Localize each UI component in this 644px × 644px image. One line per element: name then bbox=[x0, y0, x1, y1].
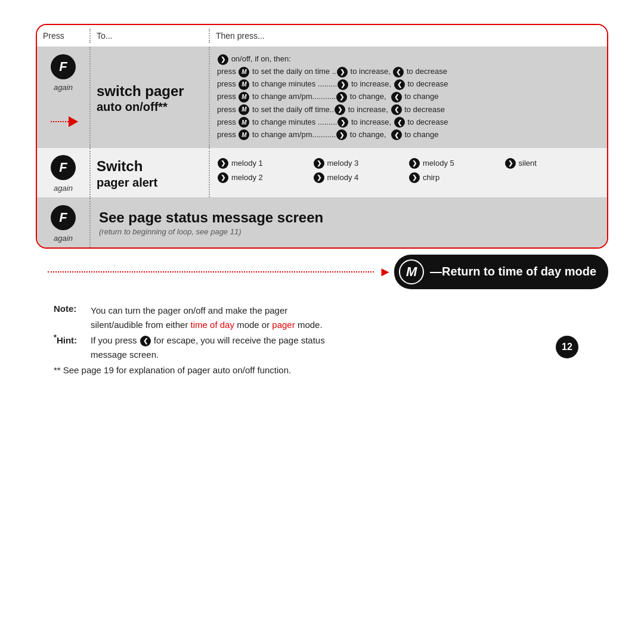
to-main-1: switch pager bbox=[97, 83, 203, 100]
l-icon-6: ❮ bbox=[391, 129, 402, 140]
content-line-6: press to change am/pm...........❯ to cha… bbox=[217, 129, 600, 141]
melody-item-5: ❯ melody 4 bbox=[313, 172, 409, 184]
row-switch-pager-alert: F again Switch pager alert ❯ melody 1 ❯ … bbox=[37, 148, 607, 198]
see-page-main: See page status message screen bbox=[99, 209, 599, 226]
m-icon-3 bbox=[239, 92, 249, 103]
note-container: Note: You can turn the pager on/off and … bbox=[54, 304, 608, 332]
note-label: Note: bbox=[54, 304, 86, 314]
red-arrow-badge: ► bbox=[379, 264, 392, 280]
hint-body: If you press ❮ for escape, you will rece… bbox=[91, 333, 325, 362]
melody-arrow-5: ❯ bbox=[314, 172, 324, 183]
to-main-2: Switch bbox=[97, 158, 203, 175]
r-icon-3: ❯ bbox=[336, 92, 347, 103]
f-button-2: F bbox=[51, 155, 76, 180]
press-cell-1: F again bbox=[37, 47, 91, 147]
l-icon-1: ❮ bbox=[393, 67, 404, 78]
note-body: You can turn the pager on/off and make t… bbox=[91, 304, 323, 332]
press-cell-2: F again bbox=[37, 148, 91, 197]
note-line2: silent/audible from either time of day m… bbox=[91, 318, 323, 332]
footnote-text: See page 19 for explanation of pager aut… bbox=[63, 363, 292, 377]
note-line2-post: mode. bbox=[295, 320, 323, 330]
m-icon-2 bbox=[239, 79, 249, 90]
press-cell-3: F again bbox=[37, 198, 91, 247]
header-press: Press bbox=[37, 29, 91, 43]
hint-line2: message screen. bbox=[91, 348, 325, 362]
l-icon-5: ❮ bbox=[394, 117, 405, 128]
hint-line1: If you press ❮ for escape, you will rece… bbox=[91, 333, 325, 348]
again-label-1: again bbox=[54, 83, 73, 92]
r-icon-1: ❯ bbox=[337, 67, 348, 78]
m-icon-1 bbox=[239, 67, 249, 78]
content-line-0: ❯ on/off, if on, then: bbox=[217, 53, 600, 65]
row-see-page: F again See page status message screen (… bbox=[37, 198, 607, 247]
note-line1: You can turn the pager on/off and make t… bbox=[91, 304, 323, 318]
to-sub-2: pager alert bbox=[97, 175, 203, 190]
m-badge-text: —Return to time of day mode bbox=[430, 265, 596, 278]
melody-label-1: melody 3 bbox=[327, 157, 359, 169]
content-line-5: press to change minutes .........❯ to in… bbox=[217, 116, 600, 128]
melody-arrow-0: ❯ bbox=[218, 158, 228, 169]
note-line2-mid: mode or bbox=[234, 320, 272, 330]
melody-arrow-3: ❯ bbox=[505, 158, 516, 169]
melody-item-6: ❯ chirp bbox=[408, 172, 504, 184]
see-page-content: See page status message screen (return t… bbox=[91, 198, 607, 247]
page-number: 12 bbox=[556, 336, 578, 358]
header-then: Then press... bbox=[210, 29, 607, 43]
main-table: Press To... Then press... F again switch… bbox=[36, 24, 608, 249]
melody-label-5: melody 4 bbox=[327, 172, 359, 184]
header-row: Press To... Then press... bbox=[37, 25, 607, 47]
l-icon-2: ❮ bbox=[394, 79, 405, 90]
melody-item-7 bbox=[504, 172, 600, 184]
hint-label: *Hint: bbox=[54, 333, 86, 345]
f-button-1: F bbox=[51, 54, 76, 79]
content-line-3: press to change am/pm...........❯ to cha… bbox=[217, 91, 600, 103]
to-cell-2: Switch pager alert bbox=[91, 148, 210, 197]
content-cell-1: ❯ on/off, if on, then: press to set the … bbox=[210, 47, 607, 147]
m-icon-5 bbox=[239, 117, 249, 128]
header-to: To... bbox=[91, 29, 210, 43]
melody-grid: ❯ melody 1 ❯ melody 3 ❯ melody 5 ❯ silen… bbox=[217, 157, 600, 184]
melody-item-3: ❯ silent bbox=[504, 157, 600, 169]
melody-arrow-6: ❯ bbox=[409, 172, 420, 183]
content-line-4: press to set the daily off time..❯ to in… bbox=[217, 104, 600, 116]
hint-escape-icon: ❮ bbox=[140, 336, 151, 346]
r-icon-4: ❯ bbox=[335, 104, 345, 115]
l-icon-4: ❮ bbox=[391, 104, 402, 115]
melody-item-2: ❯ melody 5 bbox=[408, 157, 504, 169]
f-button-3: F bbox=[51, 205, 76, 230]
content-line-1: press to set the daily on time ..❯ to in… bbox=[217, 66, 600, 78]
again-label-3: again bbox=[54, 234, 73, 243]
melody-label-3: silent bbox=[519, 157, 537, 169]
see-page-sub: (return to beginning of loop, see page 1… bbox=[99, 227, 599, 236]
note-line2-tod: time of day bbox=[191, 320, 234, 330]
l-icon-3: ❮ bbox=[391, 92, 402, 103]
notes-section: Note: You can turn the pager on/off and … bbox=[36, 289, 608, 377]
right-arrow-icon-0: ❯ bbox=[218, 54, 228, 65]
footnote-stars: ** bbox=[54, 363, 61, 377]
melody-item-0: ❯ melody 1 bbox=[217, 157, 313, 169]
hint-container: *Hint: If you press ❮ for escape, you wi… bbox=[54, 333, 608, 362]
melody-label-6: chirp bbox=[423, 172, 439, 184]
m-circle-big: M bbox=[399, 259, 424, 284]
content-cell-2: ❯ melody 1 ❯ melody 3 ❯ melody 5 ❯ silen… bbox=[210, 148, 607, 197]
to-sub-1: auto on/off** bbox=[97, 100, 203, 114]
melody-arrow-1: ❯ bbox=[314, 158, 324, 169]
m-badge: M —Return to time of day mode bbox=[394, 255, 608, 289]
bottom-row: ► M —Return to time of day mode bbox=[36, 255, 608, 289]
r-icon-2: ❯ bbox=[338, 79, 348, 90]
r-icon-5: ❯ bbox=[338, 117, 348, 128]
melody-item-1: ❯ melody 3 bbox=[313, 157, 409, 169]
melody-item-4: ❯ melody 2 bbox=[217, 172, 313, 184]
melody-label-4: melody 2 bbox=[231, 172, 263, 184]
melody-arrow-2: ❯ bbox=[409, 158, 420, 169]
melody-label-2: melody 5 bbox=[423, 157, 454, 169]
to-cell-1: switch pager auto on/off** bbox=[91, 47, 210, 147]
m-icon-6 bbox=[239, 129, 249, 140]
footnote-container: ** See page 19 for explanation of pager … bbox=[54, 363, 608, 377]
note-line2-pre: silent/audible from either bbox=[91, 320, 191, 330]
note-line2-pager: pager bbox=[272, 320, 295, 330]
dotted-line bbox=[48, 271, 374, 273]
r-icon-6: ❯ bbox=[336, 129, 347, 140]
row-switch-pager: F again switch pager auto on/off** ❯ on/… bbox=[37, 47, 607, 148]
melody-label-0: melody 1 bbox=[231, 157, 263, 169]
